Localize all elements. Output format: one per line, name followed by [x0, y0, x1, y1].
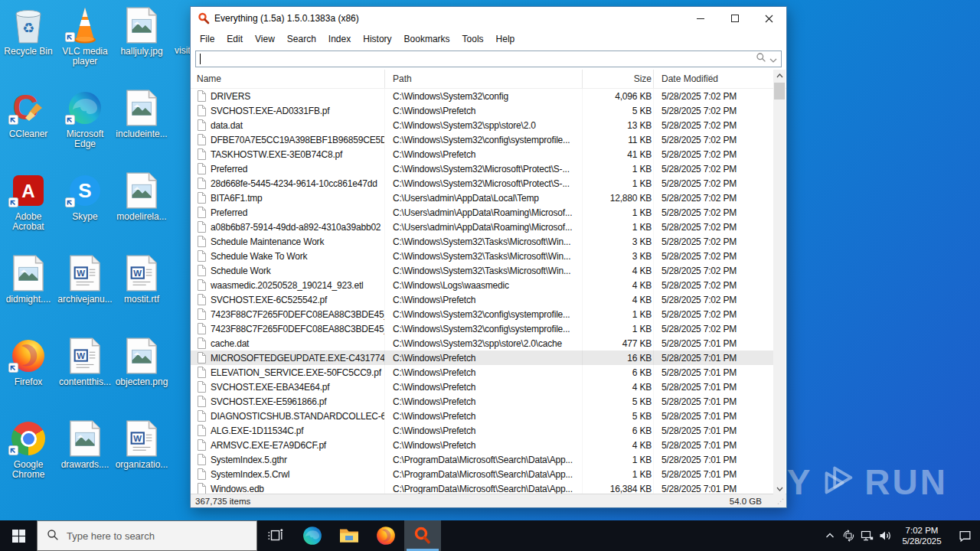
- menu-search[interactable]: Search: [281, 31, 322, 47]
- desktop-icon-modelirela[interactable]: modelirela...: [113, 165, 170, 248]
- desktop-icon-vlc-media-player[interactable]: VLC media player: [57, 0, 113, 83]
- table-row[interactable]: SVCHOST.EXE-EBA34E64.pfC:\Windows\Prefet…: [191, 380, 773, 394]
- desktop-icon-label: VLC media player: [57, 47, 113, 67]
- menu-history[interactable]: History: [357, 31, 397, 47]
- image-icon: [123, 89, 160, 127]
- file-date: 5/28/2025 7:02 PM: [654, 307, 773, 321]
- search-dropdown-chevron-icon[interactable]: [769, 52, 777, 66]
- file-name: SVCHOST.EXE-E5961866.pf: [211, 396, 326, 407]
- desktop-icon-firefox[interactable]: Firefox: [0, 331, 57, 413]
- desktop-icon-microsoft-edge[interactable]: Microsoft Edge: [57, 83, 113, 165]
- desktop-icon-organizatio[interactable]: Worganizatio...: [113, 413, 170, 496]
- file-path: C:\Windows\System32\config\systemprofile…: [385, 132, 583, 147]
- table-row[interactable]: Schedule WorkC:\Windows\System32\Tasks\M…: [191, 263, 773, 278]
- table-row[interactable]: DIAGNOSTICSHUB.STANDARDCOLLEC-60...C:\Wi…: [191, 409, 773, 423]
- search-input[interactable]: [195, 51, 782, 67]
- scroll-up-button[interactable]: [773, 70, 786, 81]
- table-row[interactable]: SVCHOST.EXE-AD0331FB.pfC:\Windows\Prefet…: [191, 103, 773, 118]
- vertical-scrollbar[interactable]: [773, 70, 786, 494]
- title-bar[interactable]: Everything (1.5a) 1.5.0.1383a (x86): [191, 7, 786, 30]
- table-row[interactable]: Windows.edbC:\ProgramData\Microsoft\Sear…: [191, 481, 773, 494]
- volume-tray-icon[interactable]: [876, 520, 894, 551]
- desktop-icon-mostit-rtf[interactable]: Wmostit.rtf: [113, 248, 170, 331]
- table-row[interactable]: ARMSVC.EXE-E7A9D6CF.pfC:\Windows\Prefetc…: [191, 438, 773, 452]
- start-button[interactable]: [0, 520, 37, 551]
- scrollbar-thumb[interactable]: [774, 83, 785, 99]
- desktop-icon-google-chrome[interactable]: Google Chrome: [0, 413, 57, 496]
- maximize-button[interactable]: [717, 7, 752, 30]
- edge-icon: [302, 526, 322, 546]
- task-view-button[interactable]: [257, 520, 294, 551]
- column-header-path[interactable]: Path: [385, 70, 583, 88]
- edge-taskbar-button[interactable]: [294, 520, 331, 551]
- menu-edit[interactable]: Edit: [220, 31, 249, 47]
- table-row[interactable]: SystemIndex.5.CrwlC:\ProgramData\Microso…: [191, 467, 773, 481]
- file-path: C:\Windows\System32\config: [385, 89, 583, 103]
- minimize-button[interactable]: [683, 7, 717, 30]
- menu-help[interactable]: Help: [490, 31, 521, 47]
- desktop-icon-halljuly-jpg[interactable]: halljuly.jpg: [113, 0, 170, 83]
- table-row[interactable]: a08b6b87-5914-49dd-a892-4310a39abb02C:\U…: [191, 220, 773, 234]
- ccleaner-icon: C: [10, 89, 47, 127]
- file-date: 5/28/2025 7:01 PM: [654, 365, 773, 380]
- tray-sync-display-icon[interactable]: [839, 520, 858, 551]
- table-row[interactable]: data.datC:\Windows\System32\spp\store\2.…: [191, 118, 773, 132]
- desktop-icon-drawards[interactable]: drawards....: [57, 413, 113, 496]
- table-row[interactable]: Schedule Wake To WorkC:\Windows\System32…: [191, 249, 773, 263]
- desktop-icon-objecten-png[interactable]: objecten.png: [113, 331, 170, 413]
- table-row[interactable]: BITA6F1.tmpC:\Users\admin\AppData\Local\…: [191, 191, 773, 205]
- firefox-taskbar-button[interactable]: [368, 520, 404, 551]
- search-icon[interactable]: [756, 52, 766, 66]
- table-row[interactable]: ELEVATION_SERVICE.EXE-50FC5CC9.pfC:\Wind…: [191, 365, 773, 380]
- file-size: 1 KB: [583, 307, 654, 321]
- file-date: 5/28/2025 7:01 PM: [654, 336, 773, 350]
- table-row[interactable]: PreferredC:\Users\admin\AppData\Roaming\…: [191, 205, 773, 220]
- table-row[interactable]: TASKHOSTW.EXE-3E0B74C8.pfC:\Windows\Pref…: [191, 147, 773, 161]
- desktop-icon-recycle-bin[interactable]: ♻Recycle Bin: [0, 0, 57, 83]
- everything-taskbar-button[interactable]: [404, 520, 441, 551]
- table-row[interactable]: SVCHOST.EXE-E5961866.pfC:\Windows\Prefet…: [191, 394, 773, 409]
- menu-view[interactable]: View: [249, 31, 281, 47]
- file-explorer-taskbar-button[interactable]: [331, 520, 368, 551]
- scroll-down-button[interactable]: [773, 483, 786, 494]
- file-name: Schedule Maintenance Work: [211, 236, 324, 247]
- table-row[interactable]: ALG.EXE-1D11534C.pfC:\Windows\Prefetch6 …: [191, 423, 773, 438]
- desktop-icon-skype[interactable]: SSkype: [57, 165, 113, 248]
- table-row[interactable]: SVCHOST.EXE-6C525542.pfC:\Windows\Prefet…: [191, 292, 773, 307]
- network-tray-icon[interactable]: [858, 520, 876, 551]
- desktop-icon-archivejanu[interactable]: Warchivejanu...: [57, 248, 113, 331]
- desktop-icon-includeinte[interactable]: includeinte...: [113, 83, 170, 165]
- column-header-date[interactable]: Date Modified: [654, 70, 773, 88]
- table-row[interactable]: DFBE70A7E5CC19A398EBF1B96859CE5DC:\Windo…: [191, 132, 773, 147]
- file-explorer-icon: [339, 527, 359, 544]
- close-button[interactable]: [752, 7, 786, 30]
- table-row[interactable]: 7423F88C7F265F0DEFC08EA88C3BDE45_A...C:\…: [191, 321, 773, 336]
- table-row[interactable]: waasmedic.20250528_190214_923.etlC:\Wind…: [191, 278, 773, 292]
- menu-file[interactable]: File: [194, 31, 220, 47]
- table-row[interactable]: 28d668fe-5445-4234-9614-10cc861e47ddC:\W…: [191, 176, 773, 191]
- desktop-icon-adobe-acrobat[interactable]: AAdobe Acrobat: [0, 165, 57, 248]
- table-row[interactable]: MICROSOFTEDGEUPDATE.EXE-C4317749.pfC:\Wi…: [191, 350, 773, 365]
- menu-bookmarks[interactable]: Bookmarks: [398, 31, 456, 47]
- menu-tools[interactable]: Tools: [456, 31, 490, 47]
- taskbar-search-input[interactable]: Type here to search: [37, 520, 257, 551]
- hidden-icons-chevron[interactable]: [821, 520, 839, 551]
- taskbar-clock[interactable]: 7:02 PM 5/28/2025: [894, 520, 949, 551]
- svg-text:W: W: [133, 269, 142, 278]
- column-header-name[interactable]: Name: [191, 70, 385, 88]
- table-row[interactable]: SystemIndex.5.gthrC:\ProgramData\Microso…: [191, 452, 773, 467]
- everything-icon: [413, 526, 433, 546]
- table-row[interactable]: 7423F88C7F265F0DEFC08EA88C3BDE45_A...C:\…: [191, 307, 773, 321]
- desktop-icon-contentthis[interactable]: Wcontentthis...: [57, 331, 113, 413]
- action-center-button[interactable]: [949, 520, 980, 551]
- desktop-icon-ccleaner[interactable]: CCCleaner: [0, 83, 57, 165]
- resize-grip[interactable]: ⋰: [777, 497, 785, 505]
- column-header-size[interactable]: Size: [583, 70, 654, 88]
- table-row[interactable]: DRIVERSC:\Windows\System32\config4,096 K…: [191, 89, 773, 103]
- shortcut-arrow-icon: [8, 114, 18, 128]
- menu-index[interactable]: Index: [322, 31, 357, 47]
- table-row[interactable]: PreferredC:\Windows\System32\Microsoft\P…: [191, 161, 773, 176]
- table-row[interactable]: Schedule Maintenance WorkC:\Windows\Syst…: [191, 234, 773, 249]
- table-row[interactable]: cache.datC:\Windows\System32\spp\store\2…: [191, 336, 773, 350]
- desktop-icon-didmight[interactable]: didmight....: [0, 248, 57, 331]
